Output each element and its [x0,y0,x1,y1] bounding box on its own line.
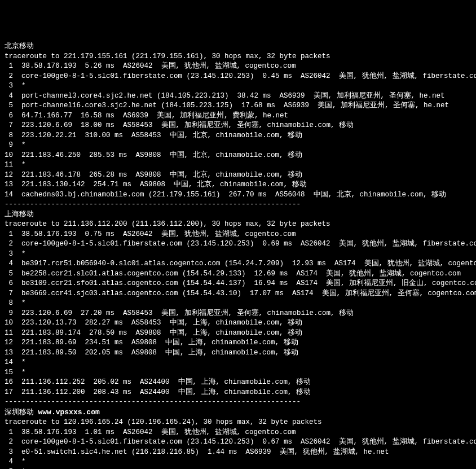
hop-line: 3 e0-51.switch1.slc4.he.net (216.218.216… [5,448,471,458]
hop-line: 16 211.136.112.252 205.02 ms AS24400 中国,… [5,378,471,388]
hop-line: 4 be3917.rcr51.b056940-0.slc01.atlas.cog… [5,259,471,269]
hop-line: 4 * [5,457,471,467]
traceroute-header: traceroute to 120.196.165.24 (120.196.16… [5,418,471,428]
traceroute-header: traceroute to 221.179.155.161 (221.179.1… [5,52,471,62]
hop-line: 15 * [5,368,471,378]
hop-line: 5 be2258.ccr21.slc01.atlas.cogentco.com … [5,269,471,279]
section-title-text: 深圳移动 [5,409,38,417]
hop-line: 8 223.120.22.21 310.00 ms AS58453 中国, 北京… [5,131,471,141]
hop-line: 2 core-100ge0-8-1-5.slc01.fiberstate.com… [5,239,471,249]
separator-line: ----------------------------------------… [5,397,471,407]
hop-line: 13 221.183.89.50 202.05 ms AS9808 中国, 上海… [5,348,471,358]
hop-line: 10 221.183.46.250 285.53 ms AS9808 中国, 北… [5,151,471,161]
hop-line: 17 211.136.112.200 208.43 ms AS24400 中国,… [5,388,471,398]
hop-line: 3 * [5,249,471,260]
hop-line: 14 cachedns03.bj.chinamobile.com (221.17… [5,190,471,200]
hop-line: 9 223.120.6.69 27.20 ms AS58453 美国, 加利福尼… [5,309,471,319]
hop-line: 4 port-channel3.core4.sjc2.he.net (184.1… [5,91,471,102]
hop-line: 5 * [5,467,471,470]
hop-line: 7 223.120.6.69 18.00 ms AS58453 美国, 加利福尼… [5,121,471,131]
separator-line: ----------------------------------------… [5,200,471,210]
hop-line: 14 * [5,358,471,368]
hop-line: 7 be3669.ccr41.sjc03.atlas.cogentco.com … [5,289,471,299]
hop-line: 2 core-100ge0-8-1-5.slc01.fiberstate.com… [5,437,471,448]
hop-line: 9 * [5,141,471,151]
hop-line: 3 * [5,81,471,91]
section-title: 上海移动 [5,210,471,220]
hop-line: 1 38.58.176.193 0.75 ms AS26042 美国, 犹他州,… [5,230,471,240]
hop-line: 10 223.120.13.73 282.27 ms AS58453 中国, 上… [5,318,471,328]
terminal-output: 北京移动traceroute to 221.179.155.161 (221.1… [5,42,471,469]
hop-line: 6 be3109.ccr21.sfo01.atlas.cogentco.com … [5,279,471,289]
hop-line: 2 core-100ge0-8-1-5.slc01.fiberstate.com… [5,72,471,82]
hop-line: 1 38.58.176.193 1.01 ms AS26042 美国, 犹他州,… [5,428,471,438]
traceroute-header: traceroute to 211.136.112.200 (211.136.1… [5,220,471,230]
hop-line: 11 221.183.89.174 278.50 ms AS9808 中国, 上… [5,328,471,339]
hop-line: 12 221.183.46.178 265.28 ms AS9808 中国, 北… [5,170,471,181]
hop-line: 13 221.183.130.142 254.71 ms AS9808 中国, … [5,180,471,190]
section-title: 北京移动 [5,42,471,52]
hop-line: 12 221.183.89.69 234.51 ms AS9808 中国, 上海… [5,338,471,348]
section-title: 深圳移动 www.vpsxxs.com [5,407,471,418]
hop-line: 11 * [5,160,471,170]
hop-line: 1 38.58.176.193 5.26 ms AS26042 美国, 犹他州,… [5,62,471,72]
hop-line: 8 * [5,299,471,309]
watermark-text: www.vpsxxs.com [38,408,100,417]
hop-line: 5 port-channel16.core3.sjc2.he.net (184.… [5,101,471,111]
hop-line: 6 64.71.166.77 16.58 ms AS6939 美国, 加利福尼亚… [5,111,471,121]
